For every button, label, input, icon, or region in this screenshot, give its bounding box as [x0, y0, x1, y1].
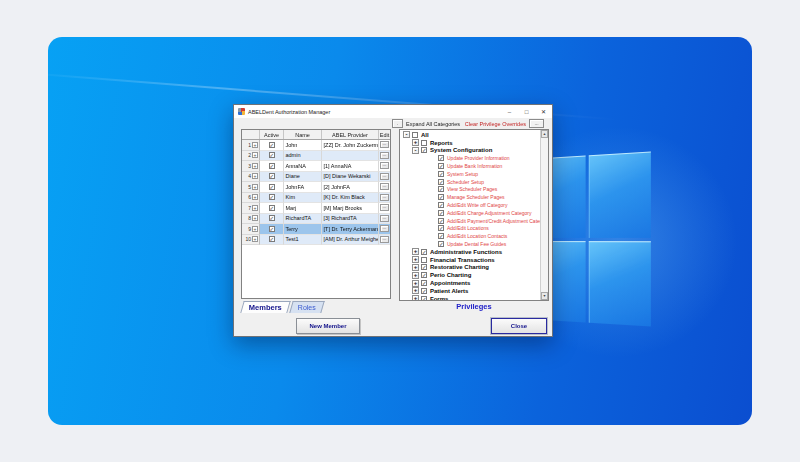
- row-header[interactable]: 1+: [242, 140, 260, 151]
- row-expand-icon[interactable]: +: [252, 184, 258, 190]
- edit-button[interactable]: ...: [380, 183, 389, 190]
- row-expand-icon[interactable]: +: [252, 215, 258, 221]
- tree-row[interactable]: +✓Forms: [400, 295, 540, 300]
- tree-checkbox[interactable]: [421, 257, 427, 263]
- tree-row[interactable]: +✓Appointments: [400, 279, 540, 287]
- tree-checkbox[interactable]: ✓: [438, 233, 444, 239]
- tree-row[interactable]: ✓System Setup: [400, 170, 540, 178]
- tab-members[interactable]: Members: [240, 301, 290, 313]
- tree-row[interactable]: ✓Update Dental Fee Guides: [400, 240, 540, 248]
- tree-row[interactable]: ✓Add/Edit Write off Category: [400, 201, 540, 209]
- tree-row[interactable]: +✓Administrative Functions: [400, 248, 540, 256]
- tree-checkbox[interactable]: ✓: [438, 218, 444, 224]
- active-checkbox[interactable]: ✓: [269, 236, 275, 242]
- row-expand-icon[interactable]: +: [252, 194, 258, 200]
- tree-expander-button[interactable]: +: [412, 280, 419, 287]
- member-row[interactable]: 8+✓RichardTA[3] RichardTA...: [242, 214, 390, 225]
- row-header[interactable]: 8+: [242, 214, 260, 225]
- minimize-button[interactable]: –: [501, 105, 518, 118]
- maximize-button[interactable]: □: [518, 105, 535, 118]
- tab-roles[interactable]: Roles: [289, 301, 324, 313]
- tree-expander-button[interactable]: -: [403, 131, 410, 138]
- edit-button[interactable]: ...: [380, 141, 389, 148]
- tree-expander-button[interactable]: +: [412, 248, 419, 255]
- row-expand-icon[interactable]: +: [252, 163, 258, 169]
- titlebar[interactable]: ABELDent Authorization Manager – □ ✕: [234, 105, 552, 118]
- row-header[interactable]: 5+: [242, 182, 260, 193]
- active-checkbox[interactable]: ✓: [269, 163, 275, 169]
- row-header[interactable]: 7+: [242, 203, 260, 214]
- tree-checkbox[interactable]: ✓: [438, 186, 444, 192]
- tree-row[interactable]: ✓Add/Edit Location Contacts: [400, 232, 540, 240]
- tree-row[interactable]: ✓View Scheduler Pages: [400, 186, 540, 194]
- active-checkbox[interactable]: ✓: [269, 226, 275, 232]
- edit-button[interactable]: ...: [380, 215, 389, 222]
- tree-row[interactable]: ✓Add/Edit Locations: [400, 225, 540, 233]
- tree-row[interactable]: +✓Restorative Charting: [400, 264, 540, 272]
- tree-expander-button[interactable]: +: [412, 295, 419, 300]
- row-expand-icon[interactable]: +: [252, 142, 258, 148]
- row-expand-icon[interactable]: +: [252, 236, 258, 242]
- tree-checkbox[interactable]: ✓: [438, 241, 444, 247]
- overrides-more-button[interactable]: ...: [529, 119, 544, 128]
- member-row[interactable]: 3+✓AnnaNA[1] AnnaNA...: [242, 161, 390, 172]
- tree-row[interactable]: ✓Add/Edit Payment/Credit Adjustment Cate…: [400, 217, 540, 225]
- member-row[interactable]: 5+✓JohnFA[2] JohnFA...: [242, 182, 390, 193]
- tree-expander-button[interactable]: +: [412, 139, 419, 146]
- expand-toggle-button[interactable]: .: [392, 119, 403, 128]
- tree-checkbox[interactable]: ✓: [421, 272, 427, 278]
- tree-checkbox[interactable]: ✓: [421, 264, 427, 270]
- tree-expander-button[interactable]: +: [412, 264, 419, 271]
- member-row[interactable]: 10+✓Test1[AM] Dr. Arthur Meighen...: [242, 235, 390, 246]
- tree-expander-button[interactable]: +: [412, 287, 419, 294]
- row-expand-icon[interactable]: +: [252, 205, 258, 211]
- tree-checkbox[interactable]: ✓: [438, 225, 444, 231]
- tree-checkbox[interactable]: ✓: [438, 210, 444, 216]
- tree-expander-button[interactable]: +: [412, 272, 419, 279]
- active-checkbox[interactable]: ✓: [269, 205, 275, 211]
- tree-row[interactable]: +Reports: [400, 139, 540, 147]
- edit-button[interactable]: ...: [380, 225, 389, 232]
- active-checkbox[interactable]: ✓: [269, 215, 275, 221]
- edit-button[interactable]: ...: [380, 152, 389, 159]
- tree-row[interactable]: ✓Add/Edit Charge Adjustment Category: [400, 209, 540, 217]
- tree-expander-button[interactable]: -: [412, 147, 419, 154]
- clear-privilege-overrides-label[interactable]: Clear Privilege Overrides: [465, 121, 526, 127]
- edit-button[interactable]: ...: [380, 173, 389, 180]
- tree-checkbox[interactable]: ✓: [421, 249, 427, 255]
- tree-row[interactable]: ✓Manage Scheduler Pages: [400, 193, 540, 201]
- row-expand-icon[interactable]: +: [252, 173, 258, 179]
- tree-checkbox[interactable]: ✓: [438, 163, 444, 169]
- row-header[interactable]: 10+: [242, 235, 260, 246]
- row-header[interactable]: 2+: [242, 151, 260, 162]
- active-checkbox[interactable]: ✓: [269, 173, 275, 179]
- active-checkbox[interactable]: ✓: [269, 142, 275, 148]
- row-header[interactable]: 3+: [242, 161, 260, 172]
- tree-row[interactable]: -✓System Configuration: [400, 147, 540, 155]
- tree-checkbox[interactable]: ✓: [438, 202, 444, 208]
- tree-row[interactable]: -All: [400, 131, 540, 139]
- expand-all-categories-label[interactable]: Expand All Categories: [406, 121, 460, 127]
- tree-checkbox[interactable]: ✓: [438, 194, 444, 200]
- tree-row[interactable]: +Financial Transactions: [400, 256, 540, 264]
- row-expand-icon[interactable]: +: [252, 152, 258, 158]
- member-row[interactable]: 4+✓Diane[D] Diane Wekarski...: [242, 172, 390, 183]
- tree-scrollbar[interactable]: ▲ ▼: [540, 130, 548, 300]
- edit-button[interactable]: ...: [380, 194, 389, 201]
- scroll-down-icon[interactable]: ▼: [541, 292, 548, 300]
- member-row[interactable]: 2+✓admin...: [242, 151, 390, 162]
- edit-button[interactable]: ...: [380, 204, 389, 211]
- tree-checkbox[interactable]: ✓: [421, 280, 427, 286]
- tree-row[interactable]: ✓Scheduler Setup: [400, 178, 540, 186]
- new-member-button[interactable]: New Member: [296, 318, 360, 334]
- member-row[interactable]: 7+✓Marj[M] Marj Brooks...: [242, 203, 390, 214]
- row-expand-icon[interactable]: +: [252, 226, 258, 232]
- tree-checkbox[interactable]: [412, 132, 418, 138]
- edit-button[interactable]: ...: [380, 236, 389, 243]
- tree-row[interactable]: +✓Perio Charting: [400, 271, 540, 279]
- tree-checkbox[interactable]: ✓: [421, 288, 427, 294]
- member-row[interactable]: 6+✓Kim[K] Dr. Kim Black...: [242, 193, 390, 204]
- close-button[interactable]: Close: [491, 318, 547, 334]
- active-checkbox[interactable]: ✓: [269, 184, 275, 190]
- row-header[interactable]: 9+: [242, 224, 260, 235]
